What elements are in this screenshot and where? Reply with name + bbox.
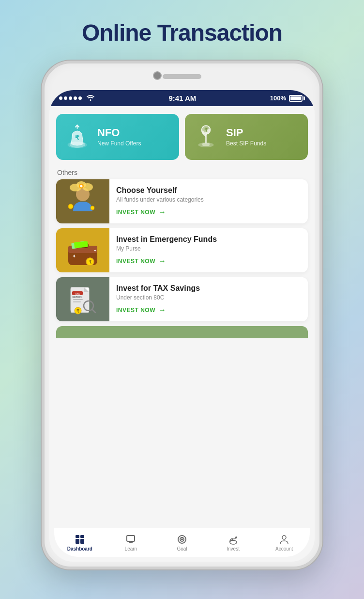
signal-dot xyxy=(74,96,77,100)
tax-savings-title: Invest for TAX Savings xyxy=(116,284,301,293)
nav-item-account[interactable]: Account xyxy=(258,534,310,552)
sip-card-text: SIP Best SIP Funds xyxy=(226,127,266,146)
phone-button-left xyxy=(42,151,44,170)
page-title: Online Transaction xyxy=(82,19,282,46)
tax-savings-cta[interactable]: INVEST NOW → xyxy=(116,306,301,315)
svg-point-43 xyxy=(182,539,182,540)
svg-text:✦: ✦ xyxy=(72,253,76,259)
status-time: 9:41 AM xyxy=(168,94,196,102)
choose-yourself-cta-label: INVEST NOW xyxy=(116,209,155,216)
svg-line-31 xyxy=(92,309,95,313)
svg-point-44 xyxy=(235,536,237,538)
status-left xyxy=(59,94,95,102)
nav-item-goal[interactable]: Goal xyxy=(156,534,208,552)
cards-grid: ₹ NFO New Fund Offers xyxy=(49,106,315,165)
tax-savings-subtitle: Under section 80C xyxy=(116,294,301,301)
list-item-choose-yourself[interactable]: Choose Yourself All funds under various … xyxy=(56,179,308,223)
sip-icon: ₹ xyxy=(193,124,219,150)
battery-icon xyxy=(289,95,305,102)
emergency-funds-subtitle: My Purse xyxy=(116,245,301,252)
wifi-icon xyxy=(86,94,95,102)
svg-rect-28 xyxy=(73,299,83,300)
nav-label-goal: Goal xyxy=(177,546,187,552)
emergency-funds-image: ₹ ✦ ✦ xyxy=(56,228,109,272)
svg-point-9 xyxy=(82,183,93,191)
sip-card-subtitle: Best SIP Funds xyxy=(226,140,266,147)
svg-text:TAX: TAX xyxy=(75,292,80,295)
signal-dot xyxy=(59,96,62,100)
nfo-card-title: NFO xyxy=(97,127,141,139)
sip-card-title: SIP xyxy=(226,127,266,139)
signal-dots xyxy=(59,96,82,100)
list-item-tax-savings[interactable]: TAX RETURN ₹ Invest for TAX Savin xyxy=(56,277,308,321)
invest-icon xyxy=(228,534,239,545)
section-others-label: Others xyxy=(49,165,315,179)
nav-label-account: Account xyxy=(275,546,293,552)
dashboard-icon xyxy=(75,534,85,545)
goal-icon xyxy=(177,534,187,545)
status-right: 100% xyxy=(270,95,305,102)
tax-savings-content: Invest for TAX Savings Under section 80C… xyxy=(109,277,308,321)
svg-rect-35 xyxy=(80,535,84,538)
svg-point-12 xyxy=(68,204,73,209)
svg-text:₹: ₹ xyxy=(204,127,208,133)
svg-rect-29 xyxy=(73,301,81,302)
tax-savings-cta-label: INVEST NOW xyxy=(116,307,155,314)
nav-label-invest: Invest xyxy=(227,546,240,552)
signal-dot xyxy=(64,96,67,100)
svg-text:RETURN: RETURN xyxy=(73,296,83,299)
emergency-funds-content: Invest in Emergency Funds My Purse INVES… xyxy=(109,228,308,272)
screen-content: ₹ NFO New Fund Offers xyxy=(49,106,315,562)
battery-percent: 100% xyxy=(270,95,286,102)
emergency-funds-cta[interactable]: INVEST NOW → xyxy=(116,257,301,266)
nfo-icon: ₹ xyxy=(64,124,91,150)
account-icon xyxy=(279,534,289,545)
arrow-right-icon: → xyxy=(158,208,167,217)
nfo-card[interactable]: ₹ NFO New Fund Offers xyxy=(56,114,179,160)
nfo-card-text: NFO New Fund Offers xyxy=(97,127,141,146)
phone-button-left2 xyxy=(42,180,44,199)
phone-speaker xyxy=(163,74,201,79)
svg-text:₹: ₹ xyxy=(75,134,79,142)
svg-rect-19 xyxy=(74,241,88,248)
nav-label-learn: Learn xyxy=(125,546,137,552)
svg-point-46 xyxy=(282,536,286,539)
bottom-nav: Dashboard Learn Goal xyxy=(54,528,310,557)
phone-frame: 9:41 AM 100% xyxy=(42,61,322,569)
choose-yourself-subtitle: All funds under various categories xyxy=(116,196,301,203)
choose-yourself-title: Choose Yourself xyxy=(116,186,301,195)
choose-yourself-cta[interactable]: INVEST NOW → xyxy=(116,208,301,217)
svg-text:₹: ₹ xyxy=(89,259,92,265)
status-bar: 9:41 AM 100% xyxy=(49,90,315,106)
sip-card[interactable]: ₹ SIP Best SIP Funds xyxy=(185,114,308,160)
arrow-right-icon: → xyxy=(158,257,167,266)
choose-yourself-content: Choose Yourself All funds under various … xyxy=(109,179,308,223)
phone-camera xyxy=(153,71,162,80)
partial-card xyxy=(56,326,308,338)
choose-yourself-image xyxy=(56,179,109,223)
nav-item-dashboard[interactable]: Dashboard xyxy=(54,534,106,552)
nfo-card-subtitle: New Fund Offers xyxy=(97,140,141,147)
svg-text:₹: ₹ xyxy=(76,309,79,314)
emergency-funds-title: Invest in Emergency Funds xyxy=(116,235,301,244)
learn-icon xyxy=(125,534,136,545)
emergency-funds-cta-label: INVEST NOW xyxy=(116,258,155,265)
svg-point-13 xyxy=(91,206,94,210)
nav-label-dashboard: Dashboard xyxy=(67,546,92,552)
svg-rect-34 xyxy=(76,535,79,538)
svg-rect-38 xyxy=(127,536,135,541)
list-item-emergency-funds[interactable]: ₹ ✦ ✦ Invest in Emergency Funds My Purse… xyxy=(56,228,308,272)
tax-savings-image: TAX RETURN ₹ xyxy=(56,277,109,321)
phone-button-right xyxy=(320,165,322,199)
signal-dot xyxy=(78,96,82,100)
nav-item-learn[interactable]: Learn xyxy=(106,534,157,552)
svg-rect-36 xyxy=(76,539,79,544)
svg-point-45 xyxy=(230,540,237,544)
nav-item-invest[interactable]: Invest xyxy=(208,534,259,552)
svg-point-11 xyxy=(80,185,83,187)
svg-text:✦: ✦ xyxy=(93,249,97,253)
arrow-right-icon: → xyxy=(158,306,167,315)
signal-dot xyxy=(69,96,72,100)
svg-rect-37 xyxy=(80,539,84,544)
phone-screen: 9:41 AM 100% xyxy=(49,90,315,562)
